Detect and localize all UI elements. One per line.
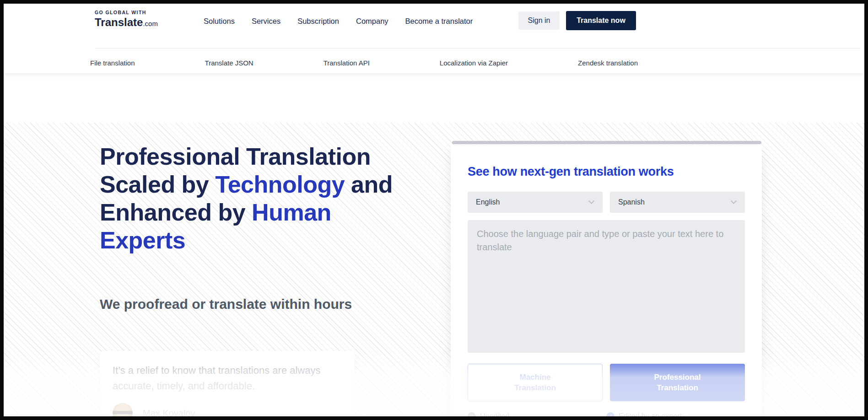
heading-line2-pre: Scaled by — [100, 171, 215, 198]
logo-brand-name: Translate — [95, 16, 143, 28]
translation-mode-buttons: Machine Translation Professional Transla… — [468, 364, 745, 401]
target-language-value: Spanish — [618, 198, 645, 206]
translation-widget-card: See how next-gen translation works Engli… — [451, 145, 762, 416]
nav-item-company[interactable]: Company — [356, 17, 388, 26]
subnav-item-file-translation[interactable]: File translation — [90, 59, 135, 67]
nav-item-solutions[interactable]: Solutions — [204, 17, 235, 26]
nav-item-services[interactable]: Services — [252, 17, 280, 26]
heading-line2-accent: Technology — [215, 171, 345, 198]
professional-caption: ✓ Edited by an expert — [606, 412, 745, 416]
heading-line4-accent: Experts — [100, 227, 185, 253]
subnav-item-translation-api[interactable]: Translation API — [323, 59, 370, 67]
sign-in-button[interactable]: Sign in — [518, 11, 560, 30]
check-circle-icon: ✓ — [606, 412, 615, 416]
logo-brand-suffix: .com — [143, 20, 158, 27]
professional-translation-label: Professional Translation — [648, 372, 707, 393]
source-language-value: English — [476, 198, 500, 206]
subnav: File translation Translate JSON Translat… — [90, 55, 638, 70]
heading-line3-pre: Enhanced by — [100, 199, 252, 226]
testimonial-author: Max Kovalov — [113, 403, 342, 416]
source-language-select[interactable]: English — [468, 192, 603, 213]
translation-input[interactable] — [468, 220, 745, 353]
avatar — [113, 403, 133, 416]
widget-top-bar — [452, 141, 761, 144]
header-divider — [95, 48, 860, 48]
screenshot-frame: GO GLOBAL WITH Translate.com Solutions S… — [0, 0, 868, 420]
nav-item-subscription[interactable]: Subscription — [297, 17, 339, 26]
author-name: Max Kovalov — [143, 408, 195, 417]
hero-heading: Professional Translation Scaled by Techn… — [100, 143, 447, 254]
quote-line2: accurate, timely, and affordable. — [113, 380, 255, 392]
subnav-item-localization-via-zapier[interactable]: Localization via Zapier — [440, 59, 508, 67]
machine-caption-label: Unedited — [480, 412, 509, 416]
subnav-item-zendesk-translation[interactable]: Zendesk translation — [578, 59, 638, 67]
main-nav: Solutions Services Subscription Company … — [204, 12, 473, 30]
translate-now-button[interactable]: Translate now — [566, 11, 636, 30]
caption-row: ✓ Unedited ✓ Edited by an expert — [468, 412, 745, 416]
check-circle-icon: ✓ — [468, 412, 476, 416]
heading-line1: Professional Translation — [100, 143, 371, 170]
chevron-down-icon — [731, 198, 737, 204]
language-selector-row: English Spanish — [468, 192, 745, 213]
chevron-down-icon — [588, 198, 594, 204]
hero-section: Professional Translation Scaled by Techn… — [4, 73, 864, 416]
quote-line1: It’s a relief to know that translations … — [113, 365, 320, 376]
subnav-item-translate-json[interactable]: Translate JSON — [205, 59, 253, 67]
widget-title: See how next-gen translation works — [468, 165, 745, 179]
logo[interactable]: GO GLOBAL WITH Translate.com — [95, 10, 158, 29]
machine-translation-button[interactable]: Machine Translation — [468, 364, 603, 401]
machine-translation-label: Machine Translation — [506, 372, 565, 393]
heading-line2-post: and — [345, 171, 393, 198]
professional-caption-label: Edited by an expert — [619, 412, 682, 416]
page: GO GLOBAL WITH Translate.com Solutions S… — [4, 4, 864, 416]
logo-brand: Translate.com — [95, 16, 158, 29]
logo-tagline: GO GLOBAL WITH — [95, 10, 158, 15]
heading-line3-accent: Human — [252, 199, 331, 226]
machine-caption: ✓ Unedited — [468, 412, 606, 416]
testimonial-card: It’s a relief to know that translations … — [100, 351, 355, 416]
target-language-select[interactable]: Spanish — [610, 192, 745, 213]
professional-translation-button[interactable]: Professional Translation — [610, 364, 745, 401]
nav-item-become-a-translator[interactable]: Become a translator — [405, 17, 473, 26]
testimonial-quote: It’s a relief to know that translations … — [113, 363, 342, 394]
header: GO GLOBAL WITH Translate.com Solutions S… — [4, 4, 864, 73]
hero-subtitle: We proofread or translate within hours — [100, 296, 352, 312]
